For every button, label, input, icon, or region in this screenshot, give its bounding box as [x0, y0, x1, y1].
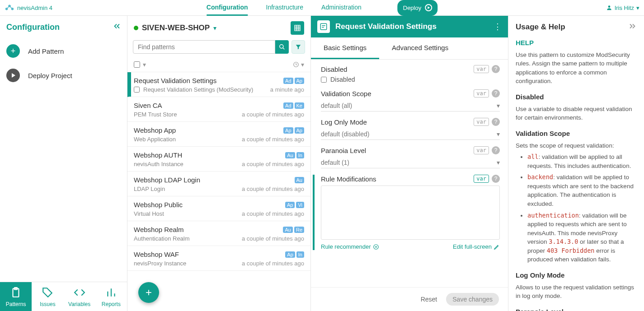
tab-patterns[interactable]: Patterns: [0, 282, 32, 311]
rule-modifications-textarea[interactable]: [321, 186, 500, 240]
help-intro: Use this pattern to customize ModSecurit…: [516, 51, 637, 86]
plus-circle-icon: [373, 244, 379, 250]
help-icon[interactable]: ?: [492, 175, 500, 183]
grid-icon: [294, 24, 301, 32]
help-icon[interactable]: ?: [492, 118, 500, 126]
svg-point-7: [280, 45, 283, 48]
filter-button[interactable]: [291, 40, 305, 54]
project-dropdown-icon[interactable]: ▾: [213, 24, 216, 32]
pattern-item[interactable]: Webshop App ApAp Web Application a coupl…: [127, 122, 310, 147]
badge: Au: [283, 227, 292, 233]
add-pattern-fab[interactable]: +: [138, 282, 159, 303]
sort-by-time[interactable]: ▾: [293, 61, 304, 68]
pattern-item[interactable]: Webshop AUTH AuIn nevisAuth Instance a c…: [127, 147, 310, 172]
field-rule-modifications: Rule Modifications var ? Rule recommende…: [313, 175, 500, 250]
var-badge[interactable]: var: [474, 118, 489, 126]
var-badge[interactable]: var: [474, 146, 489, 154]
tab-variables[interactable]: Variables: [64, 282, 95, 311]
pattern-badges: ApIn: [285, 251, 304, 258]
deploy-label: Deploy: [403, 5, 421, 11]
tab-basic-settings[interactable]: Basic Settings: [311, 37, 379, 59]
deploy-button[interactable]: Deploy: [398, 0, 437, 16]
tab-reports[interactable]: Reports: [95, 282, 127, 311]
search-input[interactable]: [133, 40, 275, 54]
badge: In: [296, 152, 304, 158]
settings-tabs: Basic Settings Advanced Settings: [311, 37, 508, 60]
deploy-project-action[interactable]: Deploy Project: [0, 63, 127, 88]
help-scope-heading: Validation Scope: [516, 129, 637, 139]
badge: Ap: [285, 251, 295, 258]
help-icon[interactable]: ?: [492, 65, 500, 73]
pattern-item[interactable]: Request Validation Settings AdAp Request…: [127, 72, 310, 97]
help-icon[interactable]: ?: [492, 89, 500, 97]
nav-configuration[interactable]: Configuration: [207, 0, 248, 16]
pattern-checkbox[interactable]: [134, 87, 140, 93]
var-badge[interactable]: var: [474, 65, 489, 73]
pattern-time: a couple of minutes ago: [242, 260, 304, 267]
pattern-list: Request Validation Settings AdAp Request…: [127, 72, 310, 311]
pattern-item[interactable]: Webshop LDAP Login Au LDAP Login a coupl…: [127, 172, 310, 196]
pattern-panel: SIVEN-WEB-SHOP ▾: [127, 16, 311, 311]
pattern-badges: AdKe: [283, 102, 304, 109]
field-label: Log Only Mode: [321, 118, 474, 126]
play-icon: [6, 69, 20, 82]
settings-menu-button[interactable]: ⋮: [494, 22, 502, 32]
grid-view-button[interactable]: [291, 21, 304, 35]
pattern-subtitle: Web Application: [134, 136, 242, 143]
rule-recommender-link[interactable]: Rule recommender: [321, 243, 379, 250]
project-name: SIVEN-WEB-SHOP: [142, 23, 210, 32]
pattern-title: Webshop LDAP Login: [134, 176, 295, 184]
field-disabled: Disabled var ? Disabled: [321, 65, 500, 83]
pattern-item[interactable]: Siven CA AdKe PEM Trust Store a couple o…: [127, 97, 310, 122]
scope-select[interactable]: default (all) ▾: [321, 100, 500, 111]
help-icon[interactable]: ?: [492, 146, 500, 154]
disabled-checkbox-row[interactable]: Disabled: [321, 76, 500, 83]
tab-advanced-settings[interactable]: Advanced Settings: [379, 37, 461, 59]
pattern-badges: AdAp: [283, 78, 304, 84]
disabled-checkbox[interactable]: [321, 77, 327, 83]
save-button[interactable]: Save changes: [446, 293, 499, 306]
select-dropdown-icon[interactable]: ▾: [143, 61, 146, 68]
field-validation-scope: Validation Scope var ? default (all) ▾: [321, 89, 500, 111]
brand[interactable]: nevisAdmin 4: [5, 4, 52, 11]
pattern-badges: ApAp: [283, 127, 304, 134]
var-badge[interactable]: var: [474, 89, 489, 97]
edit-fullscreen-link[interactable]: Edit full-screen: [453, 243, 500, 250]
user-menu[interactable]: Iris Hitz ▾: [606, 5, 639, 11]
help-body: HELP Use this pattern to customize ModSe…: [508, 38, 644, 311]
svg-rect-6: [295, 25, 300, 31]
logonly-select[interactable]: default (disabled) ▾: [321, 129, 500, 140]
nav-administration[interactable]: Administration: [321, 0, 362, 16]
chevron-down-icon: ▾: [497, 130, 500, 138]
help-header-title: Usage & Help: [516, 23, 565, 32]
pattern-title: Webshop App: [134, 126, 283, 134]
badge: Au: [295, 177, 304, 183]
reset-button[interactable]: Reset: [421, 296, 437, 303]
pattern-badges: AuRe: [283, 227, 304, 233]
play-icon: [425, 4, 432, 11]
tab-issues[interactable]: Issues: [32, 282, 63, 311]
pattern-item[interactable]: Webshop WAF ApIn nevisProxy Instance a c…: [127, 246, 310, 271]
pattern-item[interactable]: Webshop Public ApVi Virtual Host a coupl…: [127, 196, 310, 221]
settings-panel: Request Validation Settings ⋮ Basic Sett…: [311, 16, 508, 311]
var-badge[interactable]: var: [474, 175, 489, 183]
nav-infrastructure[interactable]: Infrastructure: [266, 0, 303, 16]
help-logonly-text: Allows to use the request validation set…: [516, 283, 637, 301]
help-title: HELP: [516, 38, 637, 48]
chevron-down-icon: ▾: [636, 5, 639, 11]
search-button[interactable]: [275, 40, 289, 54]
pattern-time: a couple of minutes ago: [242, 186, 304, 192]
pattern-item[interactable]: Webshop Realm AuRe Authentication Realm …: [127, 221, 310, 246]
pencil-icon: [494, 244, 500, 250]
select-all-checkbox[interactable]: [134, 61, 140, 68]
pattern-title: Webshop Realm: [134, 226, 283, 233]
expand-help-icon[interactable]: [629, 22, 637, 32]
collapse-sidebar-icon[interactable]: [113, 22, 121, 32]
left-sidebar: Configuration + Add Pattern Deploy Proje…: [0, 16, 127, 311]
paranoia-select[interactable]: default (1) ▾: [321, 157, 500, 168]
add-pattern-action[interactable]: + Add Pattern: [0, 39, 127, 63]
settings-type-icon: [317, 20, 330, 33]
top-nav: Configuration Infrastructure Administrat…: [207, 0, 437, 16]
svg-rect-11: [322, 27, 324, 28]
plus-icon: +: [6, 44, 20, 58]
